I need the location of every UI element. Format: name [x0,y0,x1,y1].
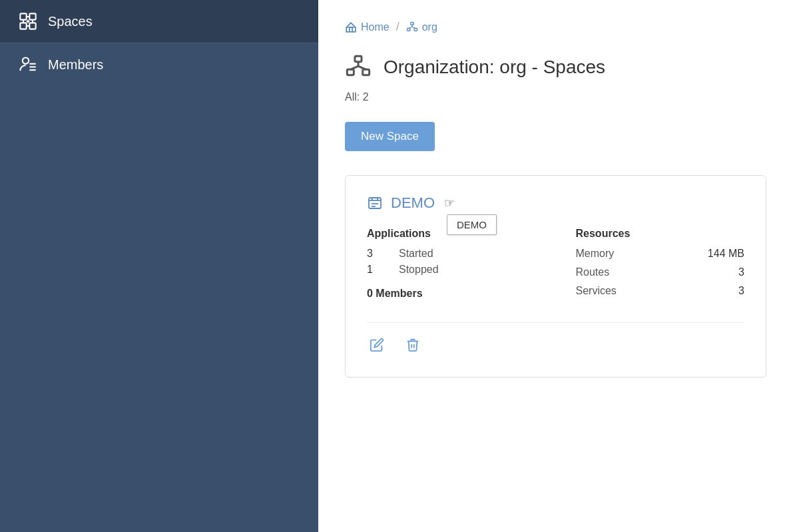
page-header: Organization: org - Spaces [345,54,766,81]
space-card-icon [367,195,383,211]
svg-rect-17 [414,28,417,31]
services-value: 3 [738,285,744,297]
page-subtitle: All: 2 [345,91,766,103]
sidebar-spaces-label: Spaces [48,14,93,29]
applications-section: Applications 3 Started 1 Stopped 0 Membe… [367,228,536,304]
svg-rect-0 [20,13,26,19]
spaces-icon [19,12,37,31]
routes-label: Routes [576,266,610,278]
space-name-link[interactable]: DEMO [391,194,435,212]
started-label: Started [399,248,433,260]
card-footer [367,322,744,358]
stopped-label: Stopped [399,264,439,276]
services-row: Services 3 [576,285,745,297]
breadcrumb-home-link[interactable]: Home [345,21,390,33]
svg-rect-15 [410,22,413,25]
svg-point-10 [23,58,29,64]
svg-rect-1 [29,13,35,19]
breadcrumb-org-label: org [422,21,437,33]
sidebar: Spaces Members [0,0,318,532]
org-icon [406,21,418,33]
stopped-stat: 1 Stopped [367,264,536,276]
new-space-button[interactable]: New Space [345,122,435,151]
members-count: 0 Members [367,288,536,300]
memory-value: 144 MB [708,248,744,260]
routes-row: Routes 3 [576,266,745,278]
routes-value: 3 [738,266,744,278]
stopped-count: 1 [367,264,383,276]
started-count: 3 [367,248,383,260]
resources-title: Resources [576,228,745,240]
space-card-header: DEMO ☞ DEMO [367,194,744,212]
started-stat: 3 Started [367,248,536,260]
space-tooltip: DEMO [447,214,497,235]
edit-button[interactable] [367,335,387,358]
svg-line-26 [358,66,366,69]
svg-line-20 [412,27,415,28]
sidebar-item-members[interactable]: Members [0,43,318,86]
cursor-pointer: ☞ [444,196,455,210]
main-content: Home / org Organization: org - Spaces [318,0,793,532]
delete-icon [405,338,420,352]
memory-row: Memory 144 MB [576,248,745,260]
breadcrumb-home-label: Home [361,21,390,33]
svg-rect-22 [347,69,354,75]
sidebar-members-label: Members [48,57,103,73]
svg-rect-3 [29,23,35,29]
members-icon [19,55,37,74]
edit-icon [370,338,384,352]
delete-button[interactable] [403,335,423,358]
svg-line-25 [350,66,358,69]
svg-rect-2 [20,23,26,29]
svg-rect-14 [346,27,356,32]
services-label: Services [576,285,617,297]
home-icon [345,21,357,33]
svg-rect-16 [407,28,410,31]
resources-section: Resources Memory 144 MB Routes 3 Service… [576,228,745,304]
page-title: Organization: org - Spaces [384,57,605,78]
sidebar-item-spaces[interactable]: Spaces [0,0,318,43]
breadcrumb: Home / org [345,20,766,34]
svg-line-19 [408,27,411,28]
svg-rect-23 [363,69,370,75]
space-card: DEMO ☞ DEMO Applications 3 Started 1 Sto… [345,175,766,378]
breadcrumb-org-link[interactable]: org [406,21,437,33]
breadcrumb-separator: / [396,20,399,34]
svg-rect-21 [355,56,362,61]
page-spaces-icon [345,54,372,81]
memory-label: Memory [576,248,615,260]
card-body: Applications 3 Started 1 Stopped 0 Membe… [367,228,744,304]
